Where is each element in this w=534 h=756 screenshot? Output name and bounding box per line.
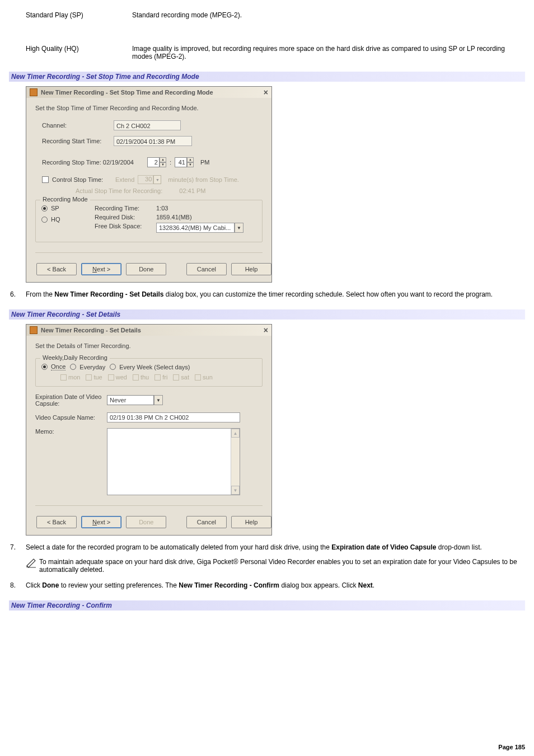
memo-label: Memo: — [35, 428, 107, 495]
scrollbar[interactable]: ▲ ▼ — [231, 429, 240, 495]
cancel-button[interactable]: Cancel — [186, 263, 227, 275]
help-button[interactable]: Help — [231, 263, 271, 275]
radio-icon[interactable] — [110, 364, 116, 370]
weekday-checkboxes: mon tue wed thu fri sat sun — [60, 374, 256, 381]
recording-time-label: Recording Time: — [95, 205, 156, 212]
chk-fri: fri — [154, 374, 167, 381]
radio-once[interactable]: Once — [41, 363, 65, 370]
dialog-details: New Timer Recording - Set Details × Set … — [26, 324, 272, 536]
stop-minute-value[interactable]: 41 — [175, 157, 187, 167]
recording-time-value: 1:03 — [156, 205, 168, 212]
def-sp: Standard Play (SP) Standard recording mo… — [26, 11, 525, 19]
radio-hq[interactable]: HQ — [41, 216, 95, 223]
chk-wed: wed — [108, 374, 127, 381]
def-sp-desc: Standard recording mode (MPEG-2). — [132, 11, 525, 19]
start-time-field: 02/19/2004 01:38 PM — [114, 136, 192, 146]
note-icon — [26, 558, 37, 568]
next-button[interactable]: Next > — [81, 516, 121, 528]
separator — [35, 505, 263, 506]
extend-value-field: 30 — [138, 175, 153, 184]
control-stop-checkbox[interactable] — [42, 176, 49, 183]
def-hq: High Quality (HQ) Image quality is impro… — [26, 45, 525, 60]
done-button: Done — [126, 516, 166, 528]
radio-weekly-label: Every Week (Select days) — [119, 364, 190, 370]
spinner-up-icon[interactable]: ▲ — [160, 157, 166, 162]
help-button[interactable]: Help — [231, 516, 271, 528]
helper-text: Set the Stop Time of Timer Recording and… — [35, 105, 263, 111]
chk-tue: tue — [86, 374, 102, 381]
capsule-name-field[interactable]: 02/19 01:38 PM Ch 2 CH002 — [107, 412, 240, 422]
step-number: 8. — [9, 581, 26, 589]
chevron-down-icon[interactable]: ▼ — [154, 395, 163, 405]
stop-minute-spinner[interactable]: 41 ▲▼ — [175, 157, 194, 167]
stop-time-label: Recording Stop Time: 02/19/2004 — [42, 159, 134, 166]
titlebar: New Timer Recording - Set Stop Time and … — [26, 87, 271, 98]
radio-sp-label: SP — [51, 205, 59, 212]
weekly-daily-title: Weekly,Daily Recording — [40, 354, 110, 361]
actual-stop-value: 02:41 PM — [179, 187, 205, 194]
helper-text: Set the Details of Timer Recording. — [35, 342, 263, 349]
spinner-up-icon[interactable]: ▲ — [187, 157, 194, 162]
control-stop-label: Control Stop Time: — [52, 176, 103, 183]
actual-stop-label: Actual Stop Time for Recording: — [76, 187, 162, 194]
section-header-details: New Timer Recording - Set Details — [9, 309, 525, 320]
chevron-down-icon: ▼ — [153, 175, 161, 184]
start-time-label: Recording Start Time: — [42, 138, 114, 144]
stop-ampm: PM — [200, 159, 210, 166]
extend-dropdown: ▼ — [153, 175, 161, 184]
scroll-up-icon[interactable]: ▲ — [231, 429, 240, 438]
radio-icon[interactable] — [70, 364, 76, 370]
chk-thu: thu — [133, 374, 149, 381]
radio-once-label: Once — [51, 363, 65, 370]
app-icon — [30, 326, 38, 334]
def-hq-term: High Quality (HQ) — [26, 45, 132, 60]
required-disk-label: Required Disk: — [95, 214, 156, 220]
stop-hour-spinner[interactable]: 2 ▲▼ — [147, 157, 166, 167]
recording-mode-title: Recording Mode — [40, 196, 90, 203]
app-icon — [30, 88, 38, 96]
spinner-down-icon[interactable]: ▼ — [187, 162, 194, 167]
chk-sun: sun — [195, 374, 213, 381]
channel-field: Ch 2 CH002 — [114, 120, 181, 130]
section-header-stop-time: New Timer Recording - Set Stop Time and … — [9, 72, 525, 82]
note-text: To maintain adequate space on your hard … — [39, 558, 525, 574]
radio-sp[interactable]: SP — [41, 205, 95, 212]
page-number: Page 185 — [498, 744, 525, 750]
next-button[interactable]: Next > — [81, 263, 121, 275]
free-disk-select[interactable]: 132836.42(MB) My Cabi... — [156, 223, 235, 233]
close-icon[interactable]: × — [264, 327, 268, 334]
step-7: 7. Select a date for the recorded progra… — [9, 543, 525, 574]
spinner-down-icon[interactable]: ▼ — [160, 162, 166, 167]
stop-hour-value[interactable]: 2 — [147, 157, 160, 167]
radio-hq-label: HQ — [51, 216, 60, 223]
step-number: 6. — [9, 290, 26, 298]
definitions-block: Standard Play (SP) Standard recording mo… — [26, 11, 525, 60]
radio-weekly[interactable]: Every Week (Select days) — [110, 364, 190, 370]
back-button[interactable]: < Back — [36, 516, 77, 528]
recording-mode-group: Recording Mode SP HQ — [35, 200, 263, 242]
close-icon[interactable]: × — [264, 89, 268, 96]
radio-icon[interactable] — [41, 217, 48, 223]
chevron-down-icon[interactable]: ▼ — [235, 223, 243, 233]
extend-label: Extend — [115, 176, 134, 183]
done-button[interactable]: Done — [126, 263, 166, 275]
radio-everyday[interactable]: Everyday — [70, 364, 105, 370]
radio-icon[interactable] — [41, 364, 48, 370]
back-button[interactable]: < Back — [36, 263, 77, 275]
chk-sat: sat — [173, 374, 189, 381]
time-colon: : — [166, 159, 175, 166]
cancel-button[interactable]: Cancel — [186, 516, 227, 528]
expiration-select[interactable]: Never ▼ — [107, 395, 163, 405]
channel-label: Channel: — [42, 122, 114, 129]
def-hq-desc: Image quality is improved, but recording… — [132, 45, 525, 60]
dialog-title: New Timer Recording - Set Stop Time and … — [41, 89, 264, 96]
memo-textarea[interactable]: ▲ ▼ — [107, 428, 240, 495]
expiration-value[interactable]: Never — [107, 395, 154, 405]
scroll-down-icon[interactable]: ▼ — [231, 486, 240, 495]
section-header-confirm: New Timer Recording - Confirm — [9, 600, 525, 611]
step-body: From the New Timer Recording - Set Detai… — [26, 290, 525, 298]
expiration-label: Expiration Date of Video Capsule: — [35, 393, 107, 407]
separator — [35, 252, 263, 253]
step-number: 7. — [9, 543, 26, 574]
radio-icon[interactable] — [41, 205, 48, 212]
